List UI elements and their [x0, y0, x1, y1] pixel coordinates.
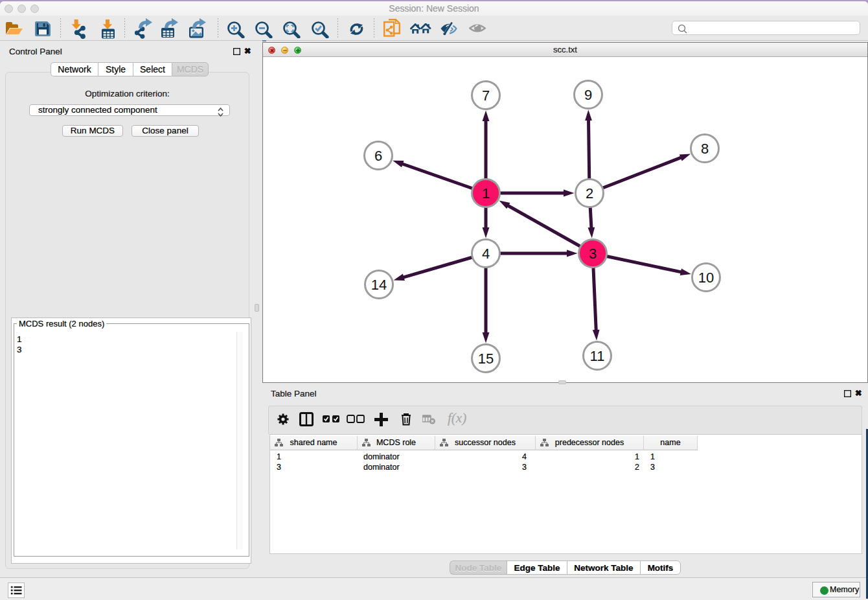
svg-text:10: 10 — [698, 270, 714, 286]
svg-text:15: 15 — [478, 351, 494, 367]
svg-text:14: 14 — [371, 277, 387, 293]
svg-text:11: 11 — [590, 348, 605, 364]
svg-text:3: 3 — [589, 246, 597, 262]
svg-text:7: 7 — [482, 87, 490, 104]
svg-text:6: 6 — [374, 148, 382, 164]
svg-text:9: 9 — [584, 87, 592, 103]
svg-text:2: 2 — [586, 185, 593, 202]
svg-text:4: 4 — [482, 246, 490, 262]
svg-text:8: 8 — [701, 141, 709, 157]
svg-text:1: 1 — [482, 185, 490, 202]
